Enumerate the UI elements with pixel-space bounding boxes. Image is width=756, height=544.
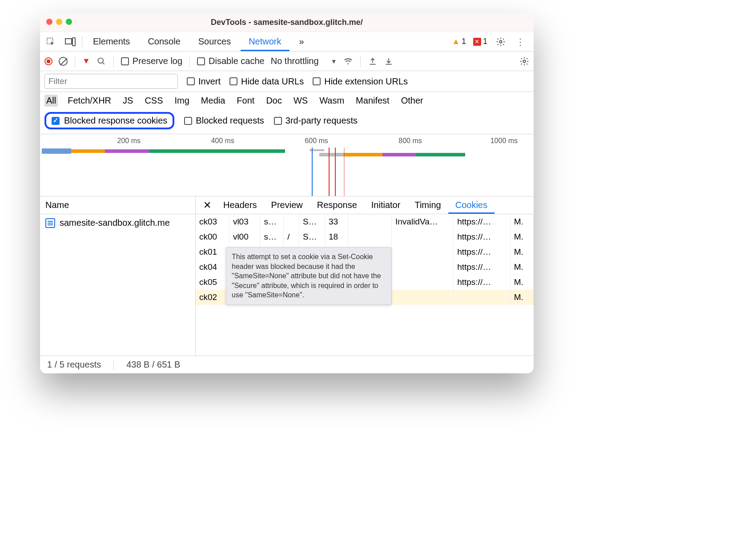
detail-tab-timing[interactable]: Timing: [407, 196, 448, 214]
request-count: 1 / 5 requests: [47, 360, 101, 370]
filter-input[interactable]: [44, 74, 178, 89]
type-other[interactable]: Other: [399, 95, 425, 107]
timeline-tick: 400 ms: [211, 137, 234, 145]
detail-panel: ✕ HeadersPreviewResponseInitiatorTimingC…: [196, 196, 534, 356]
type-css[interactable]: CSS: [143, 95, 165, 107]
domcontentloaded-line: [312, 148, 313, 196]
traffic-lights[interactable]: [46, 19, 72, 25]
timeline-overview[interactable]: 200 ms400 ms600 ms800 ms1000 ms: [40, 134, 534, 196]
warning-icon: ▲: [452, 37, 460, 46]
svg-point-7: [523, 60, 526, 63]
error-icon: ✕: [473, 38, 481, 46]
type-media[interactable]: Media: [199, 95, 227, 107]
record-button[interactable]: [44, 57, 52, 65]
timeline-tick: 600 ms: [305, 137, 328, 145]
detail-tab-preview[interactable]: Preview: [264, 196, 310, 214]
name-column-header[interactable]: Name: [40, 196, 195, 214]
load-line: [329, 148, 330, 196]
settings-icon[interactable]: [492, 37, 510, 47]
main-tabs: ElementsConsoleSourcesNetwork » ▲1 ✕1 ⋮: [40, 32, 534, 52]
cookie-row[interactable]: ck00vl00s…/S…18https://…M.: [196, 229, 534, 244]
detail-tab-cookies[interactable]: Cookies: [448, 196, 495, 214]
preserve-log-checkbox[interactable]: Preserve log: [121, 56, 182, 66]
split-view: Name samesite-sandbox.glitch.me ✕ Header…: [40, 196, 534, 356]
tab-console[interactable]: Console: [140, 32, 188, 51]
timeline-tick: 200 ms: [117, 137, 141, 145]
request-list: Name samesite-sandbox.glitch.me: [40, 196, 196, 356]
zoom-icon[interactable]: [66, 19, 72, 25]
cookies-table[interactable]: ck03vl03s…S…33InvalidVa…https://…M.ck00v…: [196, 214, 534, 356]
throttling-select[interactable]: No throttling ▼: [271, 56, 337, 66]
clear-button[interactable]: [59, 57, 68, 66]
detail-tab-headers[interactable]: Headers: [216, 196, 264, 214]
svg-line-5: [102, 62, 104, 64]
type-ws[interactable]: WS: [292, 95, 310, 107]
type-wasm[interactable]: Wasm: [318, 95, 346, 107]
third-party-checkbox[interactable]: 3rd-party requests: [274, 116, 358, 126]
type-js[interactable]: JS: [121, 95, 135, 107]
network-conditions-icon[interactable]: [343, 56, 353, 66]
close-icon[interactable]: [46, 19, 52, 25]
svg-point-3: [499, 40, 502, 43]
blocked-requests-checkbox[interactable]: Blocked requests: [184, 116, 264, 126]
blocked-cookies-checkbox[interactable]: Blocked response cookies: [44, 112, 174, 129]
type-img[interactable]: Img: [173, 95, 191, 107]
more-tabs-button[interactable]: »: [291, 32, 312, 51]
search-icon[interactable]: [97, 56, 106, 66]
hide-data-urls-checkbox[interactable]: Hide data URLs: [229, 76, 304, 87]
type-fetchxhr[interactable]: Fetch/XHR: [66, 95, 113, 107]
tab-sources[interactable]: Sources: [190, 32, 239, 51]
type-manifest[interactable]: Manifest: [354, 95, 391, 107]
document-icon: [45, 218, 55, 228]
detail-tabs: ✕ HeadersPreviewResponseInitiatorTimingC…: [196, 196, 534, 214]
warnings-count[interactable]: ▲1: [452, 37, 466, 46]
svg-rect-2: [72, 38, 75, 46]
devtools-window: DevTools - samesite-sandbox.glitch.me/ E…: [40, 13, 534, 373]
disable-cache-checkbox[interactable]: Disable cache: [197, 56, 265, 66]
device-icon[interactable]: [61, 37, 79, 46]
tab-elements[interactable]: Elements: [85, 32, 138, 51]
resource-type-filter: AllFetch/XHRJSCSSImgMediaFontDocWSWasmMa…: [40, 92, 534, 109]
cookie-row[interactable]: ck03vl03s…S…33InvalidVa…https://…M.: [196, 214, 534, 229]
window-title: DevTools - samesite-sandbox.glitch.me/: [211, 18, 363, 27]
timeline-tick: 800 ms: [398, 137, 422, 145]
filter-bar: Invert Hide data URLs Hide extension URL…: [40, 71, 534, 92]
type-font[interactable]: Font: [235, 95, 256, 107]
upload-icon[interactable]: [368, 56, 378, 66]
detail-tab-response[interactable]: Response: [310, 196, 364, 214]
transfer-size: 438 B / 651 B: [126, 360, 180, 370]
cookie-blocked-tooltip: This attempt to set a cookie via a Set-C…: [226, 247, 391, 305]
inspect-icon[interactable]: [42, 37, 60, 47]
extra-filters: Blocked response cookies Blocked request…: [40, 109, 534, 134]
detail-tab-initiator[interactable]: Initiator: [364, 196, 408, 214]
kebab-icon[interactable]: ⋮: [511, 36, 529, 47]
invert-checkbox[interactable]: Invert: [187, 76, 221, 87]
panel-settings-icon[interactable]: [519, 56, 529, 66]
svg-point-4: [98, 58, 103, 63]
timeline-tick: 1000 ms: [491, 137, 518, 145]
close-detail-button[interactable]: ✕: [198, 200, 216, 211]
hide-extension-urls-checkbox[interactable]: Hide extension URLs: [313, 76, 408, 87]
errors-count[interactable]: ✕1: [473, 37, 487, 46]
type-doc[interactable]: Doc: [264, 95, 284, 107]
download-icon[interactable]: [384, 56, 394, 66]
svg-rect-1: [65, 39, 72, 44]
request-row[interactable]: samesite-sandbox.glitch.me: [40, 214, 195, 232]
titlebar: DevTools - samesite-sandbox.glitch.me/: [40, 13, 534, 32]
minimize-icon[interactable]: [56, 19, 62, 25]
svg-point-6: [347, 63, 349, 64]
network-toolbar: ▼ Preserve log Disable cache No throttli…: [40, 52, 534, 71]
filter-icon[interactable]: ▼: [82, 56, 90, 66]
status-bar: 1 / 5 requests 438 B / 651 B: [40, 356, 534, 373]
type-all[interactable]: All: [44, 95, 58, 107]
tab-network[interactable]: Network: [241, 32, 289, 51]
